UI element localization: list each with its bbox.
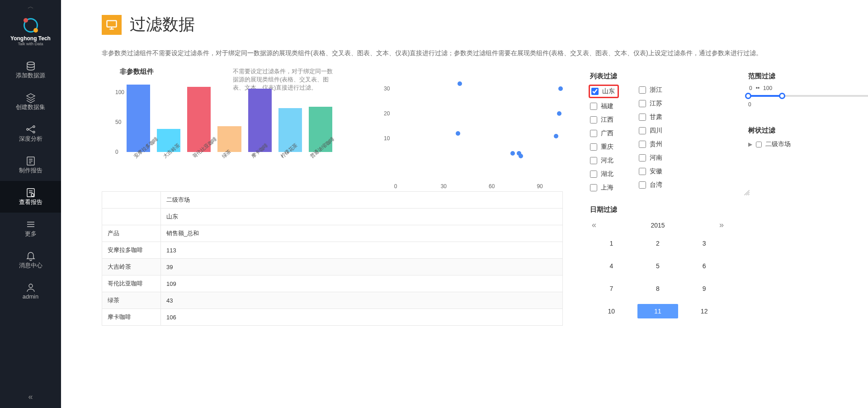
- month-cell[interactable]: 8: [637, 281, 679, 296]
- table-row[interactable]: 大吉岭茶39: [102, 259, 563, 275]
- range-high-label: 100: [763, 85, 772, 91]
- sidebar-collapse-icon[interactable]: «: [28, 392, 33, 402]
- svg-point-7: [29, 284, 33, 288]
- nav-label: 深度分析: [19, 135, 42, 143]
- tree-root-checkbox[interactable]: [756, 142, 762, 147]
- filter-checkbox-item[interactable]: 重庆: [590, 143, 616, 151]
- month-cell[interactable]: 1: [591, 236, 632, 251]
- checkbox[interactable]: [590, 143, 597, 151]
- filter-checkbox-item[interactable]: 江西: [590, 116, 616, 124]
- filter-checkbox-item[interactable]: 广西: [590, 129, 616, 138]
- filter-checkbox-item[interactable]: 福建: [590, 102, 616, 110]
- nav-create-dataset[interactable]: 创建数据集: [0, 86, 61, 118]
- checkbox[interactable]: [590, 157, 597, 164]
- filter-checkbox-item[interactable]: 河北: [590, 157, 616, 165]
- month-cell[interactable]: 12: [684, 304, 725, 318]
- table-row[interactable]: 安摩拉多咖啡113: [102, 242, 563, 259]
- filter-checkbox-item[interactable]: 台湾: [639, 181, 662, 189]
- bar[interactable]: [127, 85, 150, 152]
- scatter-point[interactable]: [557, 111, 561, 116]
- checkbox-label: 河北: [601, 157, 613, 165]
- nav-notifications[interactable]: 消息中心: [0, 244, 61, 276]
- checkbox[interactable]: [639, 127, 646, 134]
- checkbox-label: 上海: [601, 184, 613, 192]
- scatter-point[interactable]: [458, 81, 462, 86]
- checkbox[interactable]: [590, 130, 597, 137]
- scatter-ytick: 10: [384, 135, 390, 142]
- nav-add-datasource[interactable]: 添加数据源: [0, 54, 61, 86]
- table-row[interactable]: 摩卡咖啡106: [102, 309, 563, 326]
- scatter-point[interactable]: [554, 134, 558, 138]
- nav-make-report[interactable]: 制作报告: [0, 149, 61, 181]
- filter-checkbox-item[interactable]: 甘肃: [639, 113, 662, 121]
- month-cell[interactable]: 5: [637, 259, 679, 273]
- table-cell-product: 哥伦比亚咖啡: [102, 275, 161, 292]
- year-next[interactable]: »: [719, 220, 724, 230]
- month-cell[interactable]: 2: [637, 236, 679, 251]
- checkbox[interactable]: [590, 184, 597, 191]
- nav-deep-analysis[interactable]: 深度分析: [0, 118, 61, 149]
- table-row[interactable]: 哥伦比亚咖啡109: [102, 275, 563, 292]
- nav-label: 更多: [25, 230, 37, 238]
- month-cell[interactable]: 7: [591, 281, 632, 296]
- checkbox-label: 江苏: [650, 100, 662, 108]
- filter-checkbox-item[interactable]: 浙江: [639, 86, 662, 94]
- page-description: 非参数类过滤组件不需要设定过滤条件，对于绑定同一数据源的展现类组件(表格、交叉表…: [102, 49, 843, 57]
- table-group2: 山东: [161, 209, 563, 225]
- month-cell[interactable]: 11: [637, 304, 679, 318]
- filter-checkbox-item[interactable]: 山东: [589, 85, 619, 98]
- bar[interactable]: [248, 89, 272, 152]
- range-slider[interactable]: [748, 93, 868, 99]
- checkbox[interactable]: [639, 100, 646, 107]
- checkbox-label: 福建: [601, 102, 613, 110]
- filter-checkbox-item[interactable]: 贵州: [639, 140, 662, 148]
- month-cell[interactable]: 10: [591, 304, 632, 318]
- filter-checkbox-item[interactable]: 安徽: [639, 167, 662, 176]
- nav-view-report[interactable]: 查看报告: [0, 181, 61, 213]
- checkbox[interactable]: [639, 86, 646, 94]
- filter-checkbox-item[interactable]: 湖北: [590, 170, 616, 178]
- range-handle-low[interactable]: [745, 93, 751, 99]
- nav-label: 添加数据源: [16, 71, 45, 80]
- checkbox[interactable]: [639, 154, 646, 161]
- logo: Yonghong Tech Talk with Data: [10, 14, 51, 54]
- table-row[interactable]: 绿茶43: [102, 292, 563, 309]
- nav-user[interactable]: admin: [0, 276, 61, 306]
- scatter-point[interactable]: [510, 151, 515, 156]
- filter-checkbox-item[interactable]: 上海: [590, 184, 616, 192]
- range-handle-high[interactable]: [779, 93, 785, 99]
- date-filter: 日期过滤 « 2015 » 123456789101112: [590, 205, 726, 318]
- svg-point-6: [31, 194, 34, 196]
- checkbox[interactable]: [639, 168, 646, 175]
- sidebar-expand-up[interactable]: ︿: [28, 0, 34, 14]
- filter-checkbox-item[interactable]: 江苏: [639, 100, 662, 108]
- nav-more[interactable]: 更多: [0, 213, 61, 244]
- filter-resize-handle[interactable]: [744, 190, 750, 198]
- checkbox[interactable]: [639, 141, 646, 148]
- bar-chart: 安摩拉多咖啡大吉岭茶哥伦比亚咖啡绿茶摩卡咖啡柠檬花茶普通浓缩咖啡 050100: [102, 81, 337, 185]
- filter-checkbox-item[interactable]: 河南: [639, 154, 662, 162]
- tree-root-item[interactable]: ▶ 二级市场: [748, 140, 868, 148]
- scatter-point[interactable]: [558, 86, 563, 91]
- scatter-point[interactable]: [456, 131, 460, 136]
- checkbox[interactable]: [590, 103, 597, 110]
- bell-icon: [25, 251, 36, 261]
- checkbox[interactable]: [639, 114, 646, 121]
- month-cell[interactable]: 4: [591, 259, 632, 273]
- logo-icon: [24, 18, 38, 33]
- checkbox[interactable]: [639, 181, 646, 189]
- nonparam-title: 非参数组件: [120, 67, 154, 76]
- filter-checkbox-item[interactable]: 四川: [639, 127, 662, 135]
- scatter-point[interactable]: [519, 154, 523, 158]
- month-cell[interactable]: 6: [684, 259, 725, 273]
- checkbox[interactable]: [590, 171, 597, 178]
- checkbox[interactable]: [591, 88, 599, 95]
- table-cell-product: 安摩拉多咖啡: [102, 242, 161, 259]
- tree-filter: 树状过滤 ▶ 二级市场: [748, 126, 868, 148]
- month-cell[interactable]: 3: [684, 236, 725, 251]
- checkbox[interactable]: [590, 116, 597, 123]
- year-prev[interactable]: «: [592, 220, 596, 230]
- nav-label: 创建数据集: [16, 103, 45, 111]
- month-cell[interactable]: 9: [684, 281, 725, 296]
- bar-ytick: 100: [115, 89, 124, 95]
